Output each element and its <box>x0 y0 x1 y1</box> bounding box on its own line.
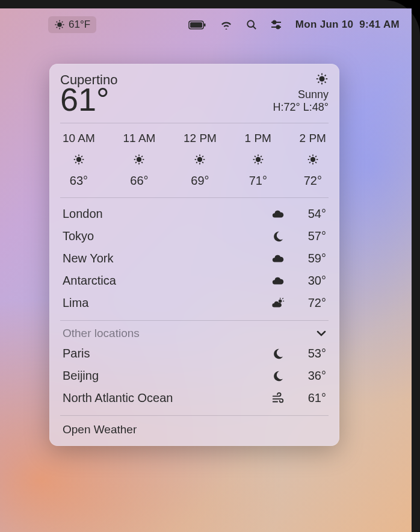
hi-lo: H:72° L:48° <box>273 101 329 114</box>
svg-point-63 <box>310 158 315 162</box>
menubar-date: Mon Jun 10 <box>295 19 354 30</box>
cloud-icon <box>266 252 290 265</box>
weather-dropdown-panel: Cupertino 61° Sunny H:72° L:48° 10 A <box>49 64 339 446</box>
current-conditions[interactable]: Cupertino 61° Sunny H:72° L:48° <box>60 72 329 123</box>
location-name: Tokyo <box>63 229 266 243</box>
location-row[interactable]: Antarctica 30° <box>60 270 329 292</box>
svg-line-5 <box>57 22 58 23</box>
svg-point-36 <box>137 158 141 162</box>
current-temp: 61° <box>60 83 117 116</box>
hour-column: 10 AM 63° <box>63 132 95 188</box>
menubar-time: 9:41 AM <box>359 19 400 30</box>
wifi-icon[interactable] <box>220 20 233 29</box>
svg-line-26 <box>325 75 326 76</box>
svg-rect-11 <box>204 23 206 26</box>
hour-column: 12 PM 69° <box>184 132 217 188</box>
cloud-icon <box>266 274 290 288</box>
svg-line-69 <box>315 162 317 163</box>
svg-point-15 <box>273 21 276 24</box>
svg-line-43 <box>136 162 137 163</box>
svg-line-35 <box>81 156 82 157</box>
svg-line-32 <box>75 156 76 157</box>
control-center-icon[interactable] <box>270 20 282 29</box>
svg-point-18 <box>320 76 324 81</box>
location-name: Beijing <box>63 369 266 383</box>
condition-text: Sunny <box>273 88 329 101</box>
svg-line-52 <box>197 162 198 163</box>
open-weather-button[interactable]: Open Weather <box>60 416 329 439</box>
svg-point-0 <box>58 23 61 26</box>
location-temp: 61° <box>290 391 326 405</box>
sun-icon <box>194 153 206 165</box>
svg-line-50 <box>197 156 198 157</box>
battery-icon[interactable] <box>188 20 206 29</box>
location-temp: 53° <box>290 347 326 360</box>
svg-point-12 <box>247 20 254 27</box>
svg-rect-10 <box>190 22 202 28</box>
svg-line-68 <box>309 156 310 157</box>
other-locations-list: Paris 53°Beijing 36°North Atlantic Ocean… <box>60 342 329 416</box>
svg-line-25 <box>318 82 319 83</box>
location-temp: 54° <box>290 207 326 221</box>
sun-icon <box>73 153 85 165</box>
location-temp: 30° <box>290 274 326 288</box>
search-icon[interactable] <box>246 19 257 30</box>
moon-icon <box>266 347 290 360</box>
location-temp: 72° <box>290 296 326 310</box>
svg-point-45 <box>198 158 202 162</box>
location-row[interactable]: Beijing 36° <box>60 365 329 387</box>
partly-icon <box>266 297 290 310</box>
hour-time: 11 AM <box>123 132 156 145</box>
svg-line-62 <box>261 156 262 157</box>
hour-time: 2 PM <box>300 132 326 145</box>
hour-time: 12 PM <box>184 132 217 145</box>
svg-point-72 <box>279 299 282 303</box>
location-name: London <box>63 207 266 221</box>
location-name: Antarctica <box>63 274 266 288</box>
other-locations-label: Other locations <box>63 327 140 340</box>
svg-line-61 <box>255 162 256 163</box>
saved-locations: London 54°Tokyo 57°New York 59°Antarctic… <box>60 198 329 321</box>
svg-line-7 <box>57 27 58 28</box>
location-name: North Atlantic Ocean <box>63 391 266 405</box>
hour-time: 1 PM <box>245 132 271 145</box>
svg-line-59 <box>255 156 256 157</box>
sun-icon <box>315 72 329 85</box>
svg-line-51 <box>203 162 204 163</box>
location-row[interactable]: Tokyo 57° <box>60 225 329 247</box>
location-name: New York <box>63 252 266 265</box>
svg-line-44 <box>142 156 143 157</box>
hour-temp: 69° <box>191 174 209 188</box>
location-row[interactable]: New York 59° <box>60 247 329 270</box>
svg-line-34 <box>75 162 76 163</box>
hour-column: 2 PM 72° <box>300 132 326 188</box>
location-row[interactable]: North Atlantic Ocean 61° <box>60 387 329 409</box>
sun-icon <box>54 19 65 30</box>
menubar-weather-item[interactable]: 61°F <box>48 16 96 33</box>
hour-column: 1 PM 71° <box>245 132 271 188</box>
svg-line-8 <box>62 22 63 23</box>
sun-icon <box>133 153 145 165</box>
moon-icon <box>266 230 290 243</box>
open-weather-label: Open Weather <box>63 423 137 436</box>
location-name: Paris <box>63 347 266 360</box>
menubar-clock[interactable]: Mon Jun 10 9:41 AM <box>295 19 400 31</box>
svg-line-60 <box>261 162 262 163</box>
moon-icon <box>266 370 290 383</box>
other-locations-toggle[interactable]: Other locations <box>60 321 329 342</box>
menubar-weather-temp: 61°F <box>69 19 90 31</box>
location-row[interactable]: Paris 53° <box>60 342 329 365</box>
hour-temp: 71° <box>249 174 267 188</box>
location-row[interactable]: Lima 72° <box>60 292 329 314</box>
svg-line-41 <box>136 156 137 157</box>
location-temp: 59° <box>290 252 326 265</box>
svg-line-24 <box>325 82 326 83</box>
svg-line-53 <box>203 156 204 157</box>
menubar: 61°F Mon Jun 10 9:41 AM <box>0 13 412 36</box>
svg-line-75 <box>282 298 283 298</box>
hour-time: 10 AM <box>63 132 95 145</box>
hour-column: 11 AM 66° <box>123 132 156 188</box>
location-row[interactable]: London 54° <box>60 203 329 225</box>
sun-icon <box>307 153 319 165</box>
hourly-forecast[interactable]: 10 AM 63°11 AM 66°12 PM 69°1 PM 71°2 PM … <box>60 123 329 198</box>
